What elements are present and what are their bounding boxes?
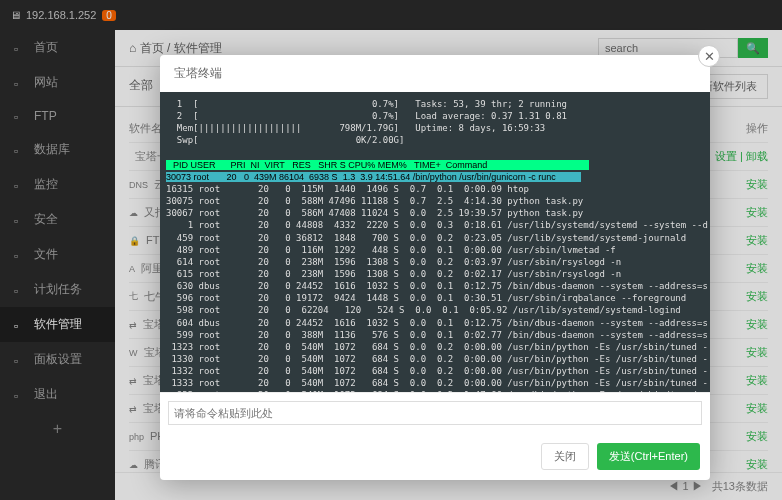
- terminal-modal: ✕ 宝塔终端 1 [ 0.7%] Tasks: 53, 39 thr; 2 ru…: [160, 55, 710, 480]
- close-icon[interactable]: ✕: [698, 45, 720, 67]
- cancel-button[interactable]: 关闭: [541, 443, 589, 470]
- modal-title: 宝塔终端: [160, 55, 710, 92]
- send-button[interactable]: 发送(Ctrl+Enter): [597, 443, 700, 470]
- terminal-output[interactable]: 1 [ 0.7%] Tasks: 53, 39 thr; 2 running 2…: [160, 92, 710, 392]
- terminal-input[interactable]: [168, 401, 702, 425]
